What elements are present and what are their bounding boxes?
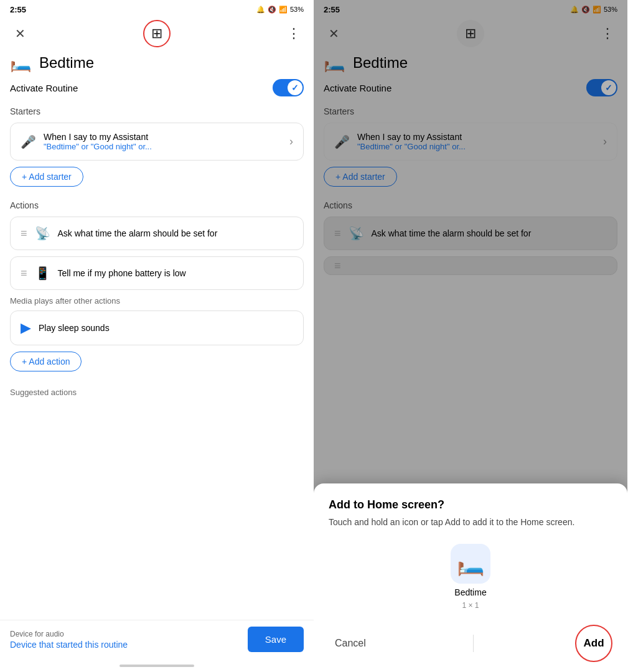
dialog-buttons: Cancel Add xyxy=(329,625,612,662)
routine-title-left: Bedtime xyxy=(39,54,94,72)
status-time-left: 2:55 xyxy=(10,5,26,14)
action-card-2-left[interactable]: ≡ 📱 Tell me if my phone battery is low xyxy=(10,256,304,290)
dialog-app-size: 1 × 1 xyxy=(462,601,479,610)
dialog-app-preview: 🛏️ Bedtime 1 × 1 xyxy=(329,544,612,610)
nav-bar-left xyxy=(120,665,194,667)
top-bar-left: ✕ ⊞ ⋮ xyxy=(0,17,314,50)
device-value-left[interactable]: Device that started this routine xyxy=(10,640,128,650)
drag-icon-2-left: ≡ xyxy=(21,267,27,280)
actions-label-left: Actions xyxy=(10,200,304,210)
starter-text-left: When I say to my Assistant "Bedtime" or … xyxy=(44,132,152,151)
bottom-bar-left: Device for audio Device that started thi… xyxy=(0,620,314,660)
toggle-knob-left: ✓ xyxy=(288,80,302,95)
activate-row-left: Activate Routine ✓ xyxy=(10,79,304,96)
add-action-button-left[interactable]: + Add action xyxy=(10,352,82,371)
dialog-app-icon: 🛏️ xyxy=(451,544,490,584)
starter-chevron-left: › xyxy=(289,135,293,148)
media-card-left[interactable]: ▶ Play sleep sounds xyxy=(10,310,304,345)
alarm-icon: 🔔 xyxy=(256,6,265,14)
save-button-left[interactable]: Save xyxy=(248,627,304,652)
add-starter-button-left[interactable]: + Add starter xyxy=(10,167,83,187)
media-text-left: Play sleep sounds xyxy=(39,323,110,333)
starter-card-content-left: 🎤 When I say to my Assistant "Bedtime" o… xyxy=(21,132,152,151)
toggle-check-left: ✓ xyxy=(291,83,299,93)
close-button-left[interactable]: ✕ xyxy=(7,21,32,46)
suggested-actions-label-left: Suggested actions xyxy=(10,388,304,397)
dialog-add-button[interactable]: Add xyxy=(575,625,612,662)
wifi-icon: 📶 xyxy=(279,6,288,14)
bed-icon-left: 🛏️ xyxy=(10,52,32,73)
dialog-bed-icon: 🛏️ xyxy=(457,551,485,577)
device-info-left: Device for audio Device that started thi… xyxy=(10,630,128,650)
action-text-2-left: Tell me if my phone battery is low xyxy=(58,268,186,278)
starter-main-left: When I say to my Assistant xyxy=(44,132,152,142)
battery-left: 53% xyxy=(290,6,304,13)
status-icons-left: 🔔 🔇 📶 53% xyxy=(256,6,304,14)
scroll-area-left: 🛏️ Bedtime Activate Routine ✓ Starters 🎤… xyxy=(0,50,314,620)
phone-icon-left: 📱 xyxy=(35,266,50,281)
play-icon-left: ▶ xyxy=(21,320,31,336)
mute-icon: 🔇 xyxy=(268,6,276,14)
starter-sub-left: "Bedtime" or "Good night" or... xyxy=(44,142,152,151)
nav-indicator-left xyxy=(0,660,314,672)
starter-card-left[interactable]: 🎤 When I say to my Assistant "Bedtime" o… xyxy=(10,123,304,161)
device-label-left: Device for audio xyxy=(10,630,128,638)
action-card-1-left[interactable]: ≡ 📡 Ask what time the alarm should be se… xyxy=(10,217,304,250)
status-bar-left: 2:55 🔔 🔇 📶 53% xyxy=(0,0,314,17)
mic-icon-left: 🎤 xyxy=(21,134,36,149)
right-panel: 2:55 🔔 🔇 📶 53% ✕ ⊞ ⋮ 🛏️ Bedtime Activate… xyxy=(314,0,627,672)
starters-label-left: Starters xyxy=(10,106,304,116)
routine-header-left: 🛏️ Bedtime xyxy=(10,52,304,73)
speak-icon-1-left: 📡 xyxy=(35,226,50,241)
left-panel: 2:55 🔔 🔇 📶 53% ✕ ⊞ ⋮ 🛏️ Bedtime Activate… xyxy=(0,0,314,672)
action-text-1-left: Ask what time the alarm should be set fo… xyxy=(58,228,218,238)
dialog-description: Touch and hold an icon or tap Add to add… xyxy=(329,516,612,529)
dialog-cancel-button[interactable]: Cancel xyxy=(329,632,372,655)
home-screen-shortcut-icon-left[interactable]: ⊞ xyxy=(143,20,171,47)
dialog-divider xyxy=(473,635,474,652)
media-section-label-left: Media plays after other actions xyxy=(10,296,304,306)
more-menu-left[interactable]: ⋮ xyxy=(281,21,306,46)
dialog-title: Add to Home screen? xyxy=(329,498,612,511)
drag-icon-1-left: ≡ xyxy=(21,227,27,240)
activate-label-left: Activate Routine xyxy=(10,83,78,93)
activate-toggle-left[interactable]: ✓ xyxy=(273,79,304,96)
add-to-homescreen-dialog: Add to Home screen? Touch and hold an ic… xyxy=(314,483,627,672)
dialog-app-name: Bedtime xyxy=(454,587,486,597)
dialog-overlay: Add to Home screen? Touch and hold an ic… xyxy=(314,0,627,672)
